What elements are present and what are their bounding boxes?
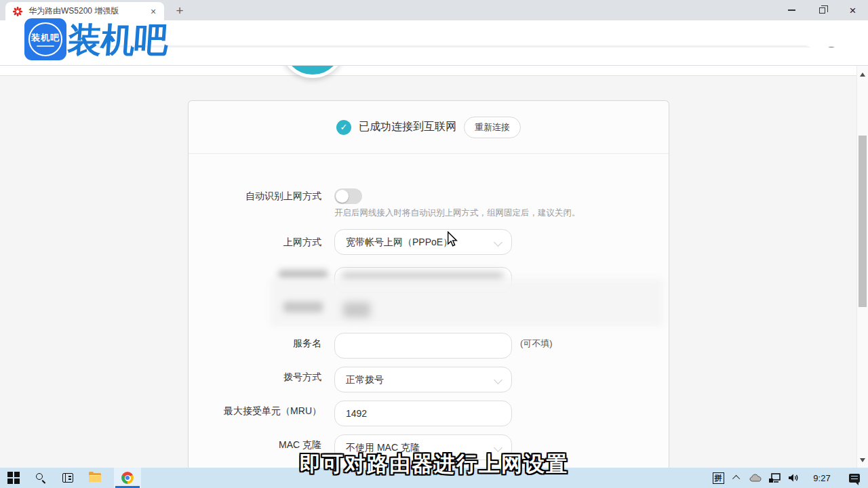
watermark-badge-text: 装机吧: [31, 32, 60, 44]
new-tab-button[interactable]: +: [171, 3, 189, 19]
internet-settings-card: ✓ 已成功连接到互联网 重新连接 自动识别上网方式 开启后网线接入时将自动识别上…: [188, 100, 669, 468]
scroll-up-arrow-icon[interactable]: [860, 73, 865, 77]
conn-type-value: 宽带帐号上网（PPPoE）: [346, 237, 452, 247]
mru-input[interactable]: 1492: [334, 401, 512, 426]
tab-title: 华为路由WS5200 增强版: [28, 5, 148, 17]
reconnect-button[interactable]: 重新连接: [464, 117, 521, 138]
blurred-password-value: [343, 302, 370, 317]
auto-detect-label: 自动识别上网方式: [245, 190, 321, 203]
connection-status-row: ✓ 已成功连接到互联网 重新连接: [189, 101, 669, 153]
scrollbar-thumb[interactable]: [859, 136, 867, 307]
dial-mode-value: 正常拨号: [346, 374, 384, 385]
screen: 华为路由WS5200 增强版 × + × ← 192.168.3.1/html/…: [0, 0, 868, 488]
watermark-badge-subline: [37, 45, 54, 47]
status-message: 已成功连接到互联网: [359, 120, 456, 134]
page-content: ✓ 已成功连接到互联网 重新连接 自动识别上网方式 开启后网线接入时将自动识别上…: [0, 66, 868, 468]
window-minimize-button[interactable]: [776, 0, 807, 20]
service-name-label: 服务名: [293, 338, 321, 350]
window-close-button[interactable]: ×: [837, 0, 868, 20]
blur-overlay: [270, 279, 663, 326]
blurred-password-label: [283, 302, 323, 312]
huawei-favicon-icon: [12, 6, 23, 17]
dial-mode-select[interactable]: 正常拨号: [334, 367, 512, 392]
mru-value: 1492: [346, 408, 367, 419]
restore-icon: [819, 7, 825, 14]
watermark-badge: 装机吧: [24, 18, 66, 60]
success-check-icon: ✓: [336, 120, 351, 135]
window-restore-button[interactable]: [807, 0, 837, 20]
card-divider: [189, 153, 669, 154]
tab-close-icon[interactable]: ×: [148, 6, 159, 17]
page-header-band: [0, 66, 868, 76]
dial-mode-label: 拨号方式: [283, 371, 321, 384]
conn-type-select[interactable]: 宽带帐号上网（PPPoE）: [334, 229, 512, 255]
watermark-badge-ring: 装机吧: [28, 22, 62, 56]
auto-detect-hint: 开启后网线接入时将自动识别上网方式，组网固定后，建议关闭。: [334, 207, 580, 219]
chevron-down-icon: [494, 238, 502, 247]
mru-label: 最大接受单元（MRU）: [224, 405, 321, 418]
chevron-down-icon: [494, 375, 502, 384]
page-scrollbar[interactable]: [856, 66, 868, 468]
auto-detect-toggle[interactable]: [334, 188, 362, 204]
service-name-input[interactable]: [334, 333, 512, 359]
conn-type-label: 上网方式: [283, 237, 321, 249]
toggle-knob: [336, 190, 349, 203]
close-icon: ×: [850, 5, 856, 16]
service-name-hint: (可不填): [520, 338, 553, 350]
minimize-icon: [788, 9, 795, 11]
video-subtitle: 即可对路由器进行上网设置: [0, 450, 868, 479]
mouse-cursor: [446, 231, 458, 250]
watermark-logo-text: 装机吧: [66, 18, 170, 63]
